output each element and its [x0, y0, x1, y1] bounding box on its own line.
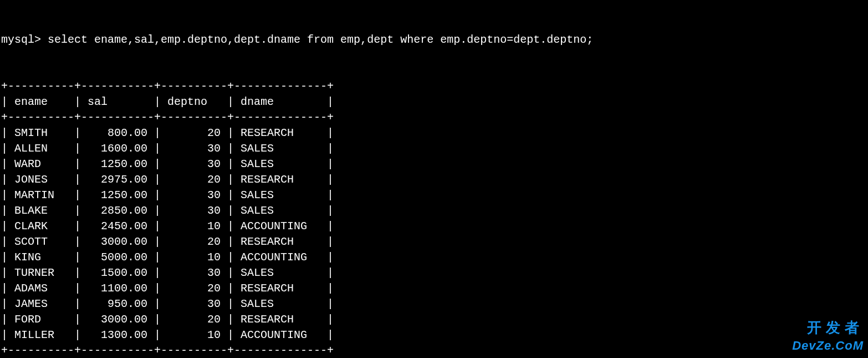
table-row: | SCOTT | 3000.00 | 20 | RESEARCH | — [1, 234, 867, 250]
table-row: | WARD | 1250.00 | 30 | SALES | — [1, 157, 867, 172]
table-row: | TURNER | 1500.00 | 30 | SALES | — [1, 265, 867, 281]
table-row: | CLARK | 2450.00 | 10 | ACCOUNTING | — [1, 219, 867, 234]
sql-query: select ename,sal,emp.deptno,dept.dname f… — [48, 33, 593, 46]
table-row: | BLAKE | 2850.00 | 30 | SALES | — [1, 203, 867, 219]
table-row: | FORD | 3000.00 | 20 | RESEARCH | — [1, 312, 867, 327]
table-row: | MARTIN | 1250.00 | 30 | SALES | — [1, 188, 867, 203]
mysql-prompt: mysql> — [1, 33, 41, 46]
table-row: | MILLER | 1300.00 | 10 | ACCOUNTING | — [1, 327, 867, 343]
result-table: +----------+-----------+----------+-----… — [1, 79, 867, 358]
table-row: | KING | 5000.00 | 10 | ACCOUNTING | — [1, 250, 867, 265]
table-row: | JONES | 2975.00 | 20 | RESEARCH | — [1, 172, 867, 188]
table-border: +----------+-----------+----------+-----… — [1, 79, 867, 94]
table-row: | ALLEN | 1600.00 | 30 | SALES | — [1, 141, 867, 157]
table-row: | SMITH | 800.00 | 20 | RESEARCH | — [1, 125, 867, 141]
table-row: | ADAMS | 1100.00 | 20 | RESEARCH | — [1, 281, 867, 296]
table-border: +----------+-----------+----------+-----… — [1, 343, 867, 358]
table-header-row: | ename | sal | deptno | dname | — [1, 94, 867, 110]
query-line: mysql> select ename,sal,emp.deptno,dept.… — [1, 32, 867, 48]
terminal-output: mysql> select ename,sal,emp.deptno,dept.… — [1, 1, 867, 358]
table-border: +----------+-----------+----------+-----… — [1, 110, 867, 125]
table-row: | JAMES | 950.00 | 30 | SALES | — [1, 296, 867, 312]
